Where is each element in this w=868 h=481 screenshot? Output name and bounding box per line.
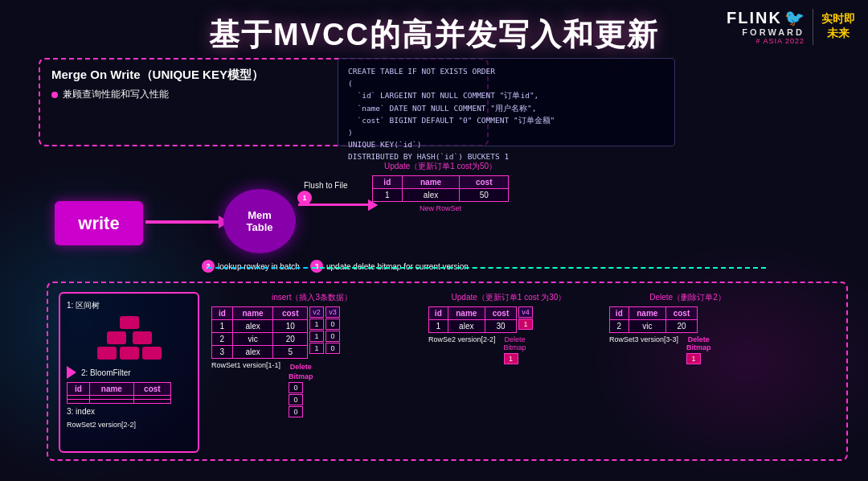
insert-section: insert（插入3条数据） id name cost 1 alex 10 xyxy=(211,292,412,417)
tree-node-lr xyxy=(120,347,139,360)
col-cost: cost xyxy=(460,176,509,189)
sh-id: id xyxy=(68,383,90,396)
v2-column: v2 1 1 1 xyxy=(309,306,324,354)
v4-column: v4 1 xyxy=(518,306,533,330)
delete-table-area: id name cost 2 vic 20 xyxy=(609,306,766,333)
v2-cell1: 1 xyxy=(309,319,324,330)
interval-tree-label: 1: 区间树 xyxy=(67,300,191,311)
forward-text: FORWARD xyxy=(742,27,805,37)
bloom-filter-area: 2: BloomFilter xyxy=(67,366,191,379)
update-bitmap-label: Delete xyxy=(504,335,526,343)
insert-bitmap-cells: 0 0 0 xyxy=(289,382,313,417)
update-top-title: Update（更新订单1 cost为50） xyxy=(372,161,509,172)
subtitle-line1: 实时即 xyxy=(821,12,855,27)
delete-table: id name cost 2 vic 20 xyxy=(609,306,698,333)
write-to-mem-arrow xyxy=(145,220,222,224)
v2-header: v2 xyxy=(309,306,324,318)
table-label: Table xyxy=(247,221,273,233)
cell-name: alex xyxy=(402,189,460,202)
delete-bitmap-label2: Bitmap xyxy=(686,343,711,352)
flink-text: FLINK xyxy=(727,9,782,27)
v3-header: v3 xyxy=(326,306,340,318)
write-button[interactable]: write xyxy=(55,201,143,245)
update-bottom-table-area: id name cost 1 alex 30 v4 1 xyxy=(428,306,589,333)
v3-cell2: 0 xyxy=(326,331,340,342)
tree-diagram xyxy=(67,316,191,360)
asia-text: # ASIA 2022 xyxy=(755,37,805,45)
v2-cell3: 1 xyxy=(309,343,324,354)
v4-cell1: 1 xyxy=(518,319,533,330)
step3-circle: 3 xyxy=(310,260,323,273)
sh-name: name xyxy=(89,383,133,396)
sql-box: CREATE TABLE IF NOT EXISTS ORDER ( `id` … xyxy=(338,58,675,146)
step2-circle: 2 xyxy=(202,260,215,273)
mem-label: Mem xyxy=(248,209,272,221)
table-row: 1 alex 10 xyxy=(212,320,308,333)
table-row: 2 vic 20 xyxy=(610,320,698,333)
update-top-table: id name cost 1 alex 50 xyxy=(372,175,509,202)
v3-cell1: 0 xyxy=(326,319,340,330)
table-row: 3 alex 5 xyxy=(212,346,308,359)
v3-cell3: 0 xyxy=(326,343,340,354)
update-rowset-label: RowSe2 version[2-2] xyxy=(428,335,496,343)
bloom-filter-label: 2: BloomFilter xyxy=(81,368,131,377)
insert-footer: RowSet1 version[1-1] Delete Bitmap 0 0 0 xyxy=(211,361,412,417)
table-row xyxy=(68,400,171,404)
delete-bitmap-cells: 1 xyxy=(686,353,711,364)
tree-node-root xyxy=(120,316,139,329)
table-row: 1 alex 30 xyxy=(429,320,517,333)
tree-node-left xyxy=(107,331,126,344)
tree-node-right xyxy=(133,331,152,344)
v3-column: v3 0 0 0 xyxy=(326,306,340,354)
subtitle-area: 实时即 未来 xyxy=(821,12,855,41)
delete-title: Delete（删除订单2） xyxy=(609,292,766,303)
sql-code: CREATE TABLE IF NOT EXISTS ORDER ( `id` … xyxy=(348,65,665,163)
logo-bird-icon: 🐦 xyxy=(784,8,805,27)
struct-table: id name cost xyxy=(67,382,171,404)
delete-footer: RowSet3 version[3-3] Delete Bitmap 1 xyxy=(609,335,766,364)
update-delete-label-text: update delete bitmap for current version xyxy=(326,262,469,271)
lookup-label-text: lookup rowkey in batch xyxy=(218,262,300,271)
index-label: 3: index xyxy=(67,407,191,416)
left-struct-box: 1: 区间树 2: BloomFilter id name xyxy=(59,292,199,453)
v4-header: v4 xyxy=(518,306,533,318)
update-bottom-title: Update（更新订单1 cost 为30） xyxy=(428,292,589,303)
rowset2-label: RowSet2 version[2-2] xyxy=(67,421,191,429)
arrow-flush xyxy=(298,204,371,206)
step1-circle: 1 xyxy=(297,191,312,205)
flush-label: Flush to File xyxy=(304,181,347,190)
new-rowset-label: New RowSet xyxy=(372,204,509,212)
update-bitmap-label2: Bitmap xyxy=(504,343,526,352)
cell-id: 1 xyxy=(373,189,403,202)
insert-table-area: id name cost 1 alex 10 2 vic 20 xyxy=(211,306,412,359)
update-delete-bitmap: Delete Bitmap 1 xyxy=(504,335,526,364)
delete-bitmap-area: Delete Bitmap 1 xyxy=(686,335,711,364)
logo-divider xyxy=(813,9,813,45)
bloom-triangle-icon xyxy=(67,366,76,379)
v2-cell2: 1 xyxy=(309,331,324,342)
merge-desc-text: 兼顾查询性能和写入性能 xyxy=(63,88,169,101)
step3-area: 3 update delete bitmap for current versi… xyxy=(310,260,469,273)
cell-cost: 50 xyxy=(460,189,509,202)
insert-delete-bitmap: Delete Bitmap 0 0 0 xyxy=(289,361,313,417)
delete-bitmap-label: Delete xyxy=(686,335,711,343)
insert-title: insert（插入3条数据） xyxy=(211,292,412,303)
update-bottom-footer: RowSe2 version[2-2] Delete Bitmap 1 xyxy=(428,335,589,364)
update-bitmap-cells: 1 xyxy=(504,353,526,364)
tree-node-ll xyxy=(97,347,117,360)
mem-table: Mem Table xyxy=(223,189,296,253)
sh-cost: cost xyxy=(133,383,170,396)
col-name: name xyxy=(402,176,460,189)
insert-table: id name cost 1 alex 10 2 vic 20 xyxy=(211,306,308,359)
delete-rowset-label: RowSet3 version[3-3] xyxy=(609,335,678,343)
col-id: id xyxy=(373,176,403,189)
logo-area: FLINK 🐦 FORWARD # ASIA 2022 实时即 未来 xyxy=(727,8,855,45)
tree-node-rl xyxy=(142,347,162,360)
table-row: 2 vic 20 xyxy=(212,333,308,346)
insert-rowset-label: RowSet1 version[1-1] xyxy=(211,361,280,369)
diagram-area: write Mem Table 1 Flush to File Update（更… xyxy=(39,157,852,465)
step3-line xyxy=(312,267,766,269)
table-row: 1 alex 50 xyxy=(373,189,509,202)
delete-section: Delete（删除订单2） id name cost 2 vic 20 xyxy=(609,292,766,364)
insert-bitmap-label: Delete xyxy=(289,363,313,371)
